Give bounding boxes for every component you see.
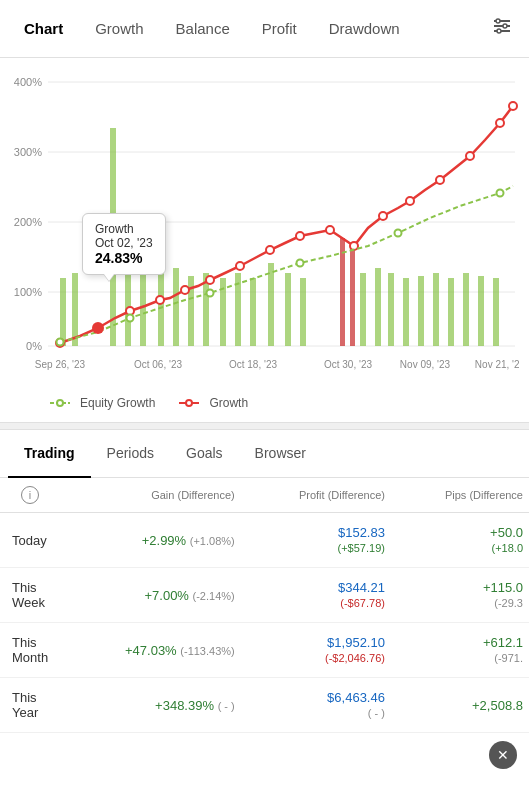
svg-text:0%: 0% [26, 340, 42, 352]
gain-week: +7.00% (-2.14%) [54, 568, 241, 623]
tab-browser[interactable]: Browser [239, 430, 322, 478]
svg-rect-29 [285, 273, 291, 346]
stats-table: i Gain (Difference) Profit (Difference) … [0, 478, 529, 733]
svg-text:Nov 21, '23: Nov 21, '23 [475, 359, 519, 370]
tab-goals[interactable]: Goals [170, 430, 239, 478]
svg-point-47 [181, 286, 189, 294]
svg-text:Oct 06, '23: Oct 06, '23 [134, 359, 182, 370]
tooltip-arrow-inner [104, 274, 114, 281]
svg-point-59 [509, 102, 517, 110]
close-button-area: ✕ [0, 733, 529, 777]
svg-text:Nov 09, '23: Nov 09, '23 [400, 359, 451, 370]
chart-area: 400% 300% 200% 100% 0% [0, 58, 529, 422]
svg-text:400%: 400% [14, 76, 42, 88]
svg-text:Sep 26, '23: Sep 26, '23 [35, 359, 86, 370]
profit-year: $6,463.46 ( - ) [241, 678, 391, 733]
tab-periods[interactable]: Periods [91, 430, 170, 478]
svg-point-64 [395, 230, 402, 237]
growth-legend-icon [179, 398, 203, 408]
table-header: i Gain (Difference) Profit (Difference) … [0, 478, 529, 513]
tooltip-title: Growth [95, 222, 153, 236]
table-row: This Month +47.03% (-113.43%) $1,952.10 … [0, 623, 529, 678]
profit-week: $344.21 (-$67.78) [241, 568, 391, 623]
gain-year: +348.39% ( - ) [54, 678, 241, 733]
tab-profit[interactable]: Profit [246, 12, 313, 45]
tab-growth[interactable]: Growth [79, 12, 159, 45]
svg-rect-22 [173, 268, 179, 346]
svg-point-5 [497, 29, 501, 33]
svg-point-61 [127, 315, 134, 322]
tab-drawdown[interactable]: Drawdown [313, 12, 416, 45]
tab-chart[interactable]: Chart [8, 12, 79, 45]
bottom-section: Trading Periods Goals Browser i Gain (Di… [0, 430, 529, 777]
gain-month: +47.03% (-113.43%) [54, 623, 241, 678]
svg-point-55 [406, 197, 414, 205]
svg-text:100%: 100% [14, 286, 42, 298]
svg-rect-16 [60, 278, 66, 346]
pips-week: +115.0 (-29.3 [391, 568, 529, 623]
svg-point-74 [57, 400, 63, 406]
svg-point-62 [207, 290, 214, 297]
svg-text:300%: 300% [14, 146, 42, 158]
svg-point-63 [297, 260, 304, 267]
tooltip-value: 24.83% [95, 250, 153, 266]
pips-today: +50.0 (+18.0 [391, 513, 529, 568]
table-row: This Week +7.00% (-2.14%) $344.21 (-$67.… [0, 568, 529, 623]
svg-point-51 [296, 232, 304, 240]
pips-month: +612.1 (-971. [391, 623, 529, 678]
equity-growth-label: Equity Growth [80, 396, 155, 410]
top-navigation: Chart Growth Balance Profit Drawdown [0, 0, 529, 58]
svg-rect-41 [478, 276, 484, 346]
svg-rect-17 [72, 273, 78, 346]
svg-point-54 [379, 212, 387, 220]
top-nav-tabs: Chart Growth Balance Profit Drawdown [8, 12, 483, 45]
legend-growth: Growth [179, 396, 248, 410]
svg-rect-42 [493, 278, 499, 346]
period-month: This Month [0, 623, 54, 678]
profit-header: Profit (Difference) [241, 478, 391, 513]
svg-point-57 [466, 152, 474, 160]
svg-text:200%: 200% [14, 216, 42, 228]
svg-rect-20 [140, 273, 146, 346]
table-body: Today +2.99% (+1.08%) $152.83 (+$57.19) … [0, 513, 529, 733]
period-today: Today [0, 513, 54, 568]
svg-rect-35 [388, 273, 394, 346]
svg-rect-28 [268, 263, 274, 346]
svg-point-76 [186, 400, 192, 406]
svg-point-46 [156, 296, 164, 304]
info-icon[interactable]: i [21, 486, 39, 504]
svg-rect-31 [340, 238, 345, 346]
growth-label: Growth [209, 396, 248, 410]
period-week: This Week [0, 568, 54, 623]
legend-equity-growth: Equity Growth [50, 396, 155, 410]
table-row: Today +2.99% (+1.08%) $152.83 (+$57.19) … [0, 513, 529, 568]
period-year: This Year [0, 678, 54, 733]
tab-balance[interactable]: Balance [160, 12, 246, 45]
pips-header: Pips (Difference [391, 478, 529, 513]
svg-point-65 [497, 190, 504, 197]
svg-point-49 [236, 262, 244, 270]
chart-container: 400% 300% 200% 100% 0% [10, 68, 519, 388]
svg-rect-40 [463, 273, 469, 346]
filter-icon[interactable] [483, 11, 521, 46]
profit-month: $1,952.10 (-$2,046.76) [241, 623, 391, 678]
svg-point-60 [57, 339, 64, 346]
svg-point-48 [206, 276, 214, 284]
svg-point-66 [92, 322, 104, 334]
gain-header: Gain (Difference) [54, 478, 241, 513]
chart-legend: Equity Growth Growth [10, 388, 519, 422]
svg-rect-39 [448, 278, 454, 346]
close-button[interactable]: ✕ [489, 741, 517, 769]
profit-today: $152.83 (+$57.19) [241, 513, 391, 568]
svg-text:Oct 18, '23: Oct 18, '23 [229, 359, 277, 370]
svg-rect-27 [250, 278, 256, 346]
svg-text:Oct 30, '23: Oct 30, '23 [324, 359, 372, 370]
svg-point-4 [503, 24, 507, 28]
svg-rect-36 [403, 278, 409, 346]
bottom-navigation: Trading Periods Goals Browser [0, 430, 529, 478]
svg-rect-38 [433, 273, 439, 346]
tooltip-date: Oct 02, '23 [95, 236, 153, 250]
svg-point-56 [436, 176, 444, 184]
tab-trading[interactable]: Trading [8, 430, 91, 478]
svg-rect-30 [300, 278, 306, 346]
